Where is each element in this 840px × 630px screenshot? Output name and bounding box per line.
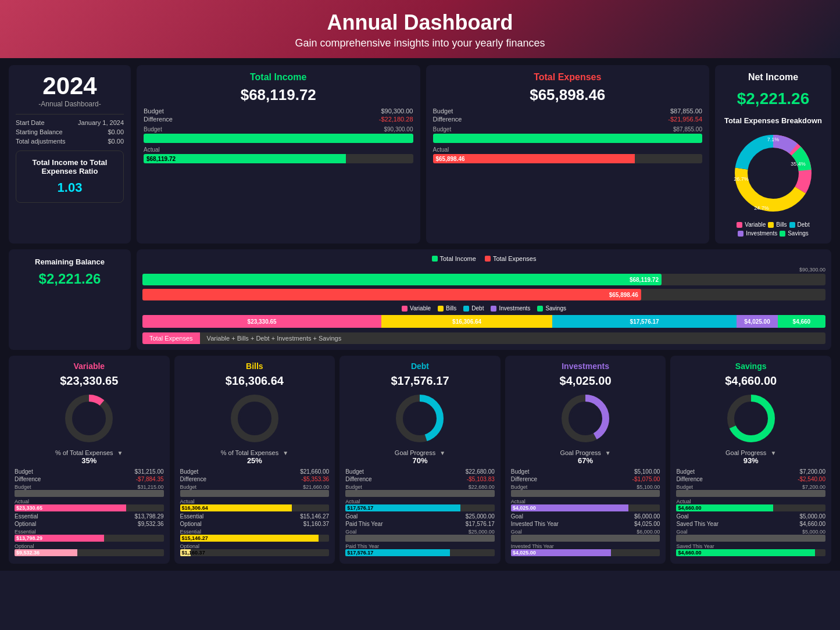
- bills-budget-bar: Budget$21,660.00: [180, 484, 330, 497]
- page-subtitle: Gain comprehensive insights into your ye…: [12, 37, 828, 49]
- income-budget-value: $90,300.00: [381, 108, 413, 114]
- variable-diff-row: Difference -$7,884.35: [15, 476, 164, 482]
- variable-details: Budget $31,215.00 Difference -$7,884.35 …: [15, 468, 164, 556]
- bills-details: Budget $21,660.00 Difference -$5,353.36 …: [180, 468, 330, 556]
- investments-diff-row: Difference -$1,075.00: [511, 476, 660, 482]
- debt-goal-fill: [345, 535, 495, 542]
- legend-bills: Bills: [768, 221, 787, 228]
- bills-title: Bills: [180, 361, 330, 371]
- savings-goal-bar-label: Goal$5,000.00: [676, 529, 825, 535]
- savings-actual-fill: $4,660.00: [676, 504, 773, 511]
- expenses-budget-bar-label: Budget $87,855.00: [433, 126, 703, 133]
- income-bar-budget: Budget $90,300.00: [144, 126, 413, 143]
- tab-total-expenses[interactable]: Total Expenses: [142, 332, 200, 344]
- ratio-title: Total Income to Total Expenses Ratio: [23, 158, 116, 176]
- bills-essential-track: $15,146.27: [180, 535, 330, 542]
- variable-actual-fill: $23,330.65: [15, 504, 126, 511]
- svg-text:26.7%: 26.7%: [734, 176, 749, 182]
- bills-dropdown[interactable]: ▼: [283, 450, 288, 456]
- breakdown-title: Total Expenses Breakdown: [722, 116, 824, 125]
- savings-actual-bar: Actual $4,660.00: [676, 499, 825, 511]
- investments-actual-bar: Actual $4,025.00: [511, 499, 660, 511]
- stacked-debt-label: Debt: [471, 305, 484, 312]
- top-row: 2024 -Annual Dashboard- Start Date Janua…: [9, 65, 831, 244]
- debt-budget-bar-label: Budget$22,680.00: [345, 484, 495, 490]
- stacked-seg-savings: $4,660: [778, 315, 825, 328]
- income-actual-fill: $68,119.72: [144, 154, 346, 163]
- variable-budget-fill: [15, 490, 164, 497]
- investments-card: Investments $4,025.00 Goal Progress ▼ 67…: [505, 356, 666, 564]
- income-bar-fill: $68,119.72: [142, 274, 662, 285]
- savings-title: Savings: [676, 361, 825, 371]
- legend-debt-label: Debt: [798, 221, 810, 228]
- savings-dropdown[interactable]: ▼: [770, 450, 776, 456]
- legend-investments: Investments: [738, 230, 777, 237]
- svg-text:24.7%: 24.7%: [754, 205, 769, 211]
- breakdown-donut-svg: 35.4% 24.7% 26.7% 7.1%: [730, 130, 817, 217]
- savings-diff-row: Difference -$2,540.00: [676, 476, 825, 482]
- income-actual-track: $68,119.72: [144, 154, 413, 163]
- header: Annual Dashboard Gain comprehensive insi…: [0, 0, 840, 58]
- starting-balance-value: $0.00: [108, 128, 124, 135]
- stacked-legend: Variable Bills Debt Investments Savings: [142, 305, 825, 312]
- legend-expenses-label: Total Expenses: [493, 255, 537, 262]
- bills-optional-bar-label: Optional: [180, 543, 330, 549]
- savings-amount: $4,660.00: [676, 374, 825, 388]
- debt-goal-amount-row: Goal $25,000.00: [345, 513, 495, 520]
- remaining-value: $2,221.26: [17, 271, 123, 287]
- budget-reference: $90,300.00: [142, 267, 825, 273]
- debt-amount: $17,576.17: [345, 374, 495, 388]
- legend-expenses: Total Expenses: [485, 255, 537, 262]
- stacked-bar: $23,330.65 $16,306.64 $17,576.17 $4,025.…: [142, 315, 825, 328]
- remaining-card: Remaining Balance $2,221.26: [9, 249, 131, 350]
- net-income-amount: $2,221.26: [722, 90, 824, 108]
- variable-goal-pct: 35%: [15, 456, 164, 465]
- legend-income-label: Total Income: [440, 255, 476, 262]
- income-bar-row: $68,119.72: [142, 274, 825, 285]
- bills-budget-track: [180, 490, 330, 497]
- debt-paid-track: $17,576.17: [345, 549, 495, 556]
- total-expenses-amount: $65,898.46: [433, 86, 703, 104]
- tab-breakdown[interactable]: Variable + Bills + Debt + Investments + …: [200, 332, 825, 344]
- bills-goal-label: % of Total Expenses ▼: [180, 449, 330, 456]
- start-date-row: Start Date January 1, 2024: [16, 119, 124, 126]
- debt-title: Debt: [345, 361, 495, 371]
- savings-goal-label: Goal Progress ▼: [676, 449, 825, 456]
- bills-actual-fill: $16,306.64: [180, 504, 292, 511]
- comparison-chart: $90,300.00 $68,119.72 $65,898.46: [142, 267, 825, 300]
- total-income-amount: $68,119.72: [144, 86, 413, 104]
- chart-section: Total Income Total Expenses $90,300.00 $…: [137, 249, 831, 350]
- variable-actual-bar: Actual $23,330.65: [15, 499, 164, 511]
- year-subtitle: -Annual Dashboard-: [16, 100, 124, 108]
- stacked-seg-bills: $16,306.64: [381, 315, 552, 328]
- debt-donut: [345, 392, 495, 445]
- investments-budget-row: Budget $5,100.00: [511, 468, 660, 475]
- investments-actual-fill: $4,025.00: [511, 504, 629, 511]
- bills-actual-bar: Actual $16,306.64: [180, 499, 330, 511]
- total-expenses-card: Total Expenses $65,898.46 Budget $87,855…: [426, 65, 710, 244]
- savings-budget-row: Budget $7,200.00: [676, 468, 825, 475]
- investments-dropdown[interactable]: ▼: [605, 450, 611, 456]
- income-budget-track: [144, 134, 413, 143]
- variable-optional-fill: $9,532.36: [15, 549, 77, 556]
- income-budget-bar-label: Budget $90,300.00: [144, 126, 413, 133]
- stacked-seg-variable: $23,330.65: [142, 315, 381, 328]
- expenses-bar-budget: Budget $87,855.00: [433, 126, 703, 143]
- investments-title: Investments: [511, 361, 660, 371]
- page-title: Annual Dashboard: [12, 10, 828, 35]
- expenses-diff-label: Difference: [433, 116, 462, 123]
- bills-budget-fill: [180, 490, 330, 497]
- bills-essential-row: Essential $15,146.27: [180, 513, 330, 520]
- investments-budget-bar-label: Budget$5,100.00: [511, 484, 660, 490]
- income-diff-value: -$22,180.28: [379, 116, 413, 123]
- variable-card: Variable $23,330.65 % of Total Expenses …: [9, 356, 170, 564]
- net-income-card: Net Income $2,221.26 Total Expenses Brea…: [715, 65, 831, 244]
- variable-essential-track: $13,798.29: [15, 535, 164, 542]
- savings-actual-track: $4,660.00: [676, 504, 825, 511]
- year-info: Start Date January 1, 2024 Starting Bala…: [16, 114, 124, 145]
- expenses-budget-value: $87,855.00: [670, 108, 702, 114]
- variable-dropdown[interactable]: ▼: [117, 450, 123, 456]
- debt-dropdown[interactable]: ▼: [439, 450, 445, 456]
- debt-actual-bar: Actual $17,576.17: [345, 499, 495, 511]
- investments-invested-bar: Invested This Year $4,025.00: [511, 543, 660, 556]
